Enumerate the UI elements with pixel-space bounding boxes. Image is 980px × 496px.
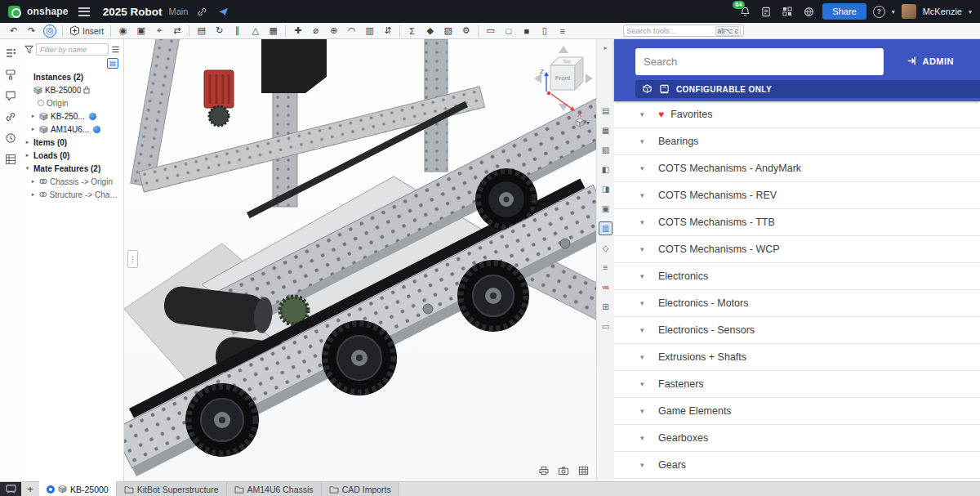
category-extrusions-shafts[interactable]: ▾ Extrusions + Shafts xyxy=(614,344,980,371)
undo-icon[interactable]: ↶ xyxy=(5,24,22,38)
named-views-icon[interactable]: ▣ xyxy=(599,202,612,216)
admin-button[interactable]: ADMIN xyxy=(906,56,954,66)
section-view-icon[interactable]: ▥ xyxy=(361,24,378,38)
chevron-down-icon[interactable]: ▾ xyxy=(640,245,648,253)
caret-icon[interactable]: ▸ xyxy=(24,139,31,145)
category-favorites[interactable]: ▾ ♥ Favorites xyxy=(614,101,980,128)
arrange-icon[interactable]: ▭ xyxy=(599,319,612,333)
tree-section-instances[interactable]: Instances (2) xyxy=(21,70,123,83)
where-used-icon[interactable] xyxy=(4,109,18,123)
category-electronics-motors[interactable]: ▾ Electronics - Motors xyxy=(614,290,980,317)
chevron-down-icon[interactable]: ▾ xyxy=(640,326,648,334)
copy-link-icon[interactable] xyxy=(194,4,209,19)
linked-document-icon[interactable] xyxy=(93,126,100,133)
chevron-down-icon[interactable]: ▾ xyxy=(640,137,648,145)
properties-icon[interactable]: ≡ xyxy=(599,261,612,275)
simulation-icon[interactable]: ▥ xyxy=(599,221,612,235)
vis-icon[interactable]: VIS xyxy=(599,280,612,294)
tree-item-kb250-sub[interactable]: ▸ KB-250... xyxy=(21,109,123,123)
filter-funnel-icon[interactable] xyxy=(24,45,33,54)
document-title[interactable]: 2025 Robot xyxy=(103,6,163,18)
category-cots-ttb[interactable]: ▾ COTS Mechanisms - TTB xyxy=(614,209,980,236)
tree-section-mate-features[interactable]: ▾ Mate Features (2) xyxy=(21,162,123,175)
weldment-icon[interactable]: ■ xyxy=(518,24,535,38)
tree-item-am14u6[interactable]: ▸ AM14U6... xyxy=(21,123,123,136)
render-studio-icon[interactable]: ◇ xyxy=(599,241,612,255)
chevron-down-icon[interactable]: ▾ xyxy=(640,434,648,442)
follow-mode-icon[interactable] xyxy=(0,482,21,496)
chevron-down-icon[interactable]: ▾ xyxy=(640,461,648,469)
select-tool-icon[interactable]: ◎ xyxy=(43,25,56,38)
bom-icon[interactable]: ≡ xyxy=(554,24,571,38)
tree-item-chassis-origin[interactable]: ▸ Chassis -> Origin xyxy=(21,175,123,188)
hole-icon[interactable]: ⌀ xyxy=(307,24,324,38)
bom-list-icon[interactable] xyxy=(4,152,18,166)
chevron-down-icon[interactable]: ▾ xyxy=(640,407,648,415)
snapshot-icon[interactable]: ▦ xyxy=(265,24,282,38)
frame-icon[interactable]: □ xyxy=(500,24,517,38)
belt-icon[interactable]: ◠ xyxy=(343,24,360,38)
category-game-elements[interactable]: ▾ Game Elements xyxy=(614,398,980,425)
comments-icon[interactable] xyxy=(4,88,18,102)
mate-icon[interactable]: ◉ xyxy=(114,24,131,38)
main-menu-icon[interactable] xyxy=(78,7,90,16)
category-electronics[interactable]: ▾ Electronics xyxy=(614,263,980,290)
assembly-3d-model[interactable] xyxy=(124,39,596,481)
learning-center-icon[interactable] xyxy=(216,4,230,19)
category-fasteners[interactable]: ▾ Fasteners xyxy=(614,371,980,398)
snapshot-camera-icon[interactable] xyxy=(557,465,570,476)
chevron-down-icon[interactable]: ▾ xyxy=(640,110,648,118)
category-gears[interactable]: ▾ Gears xyxy=(614,452,980,479)
help-center-globe-icon[interactable] xyxy=(801,4,816,19)
bom-table-icon[interactable]: ▤ xyxy=(599,104,612,118)
explode-icon[interactable]: △ xyxy=(247,24,264,38)
chevron-down-icon[interactable]: ▾ xyxy=(640,272,648,280)
app-store-icon[interactable] xyxy=(780,4,795,19)
category-cots-wcp[interactable]: ▾ COTS Mechanisms - WCP xyxy=(614,236,980,263)
graphics-area[interactable]: ⋮ Top Front Z X ▾ xyxy=(124,39,596,481)
named-positions-icon[interactable]: ∥ xyxy=(229,24,246,38)
help-icon[interactable]: ? xyxy=(873,6,885,18)
export-print-icon[interactable] xyxy=(537,465,550,476)
fastener-icon[interactable]: ⊕ xyxy=(325,24,342,38)
appearance-panel-icon[interactable]: ◧ xyxy=(599,163,612,177)
hole-table-icon[interactable] xyxy=(577,465,590,476)
chevron-down-icon[interactable]: ▾ xyxy=(640,299,648,307)
tree-item-origin[interactable]: Origin xyxy=(21,96,123,109)
chevron-down-icon[interactable]: ▾ xyxy=(640,191,648,199)
mate-connector-icon[interactable]: ⌖ xyxy=(150,24,167,38)
tab-kb-25000[interactable]: KB-25000 xyxy=(39,481,117,496)
chevron-down-icon[interactable]: ▾ xyxy=(640,353,648,361)
caret-icon[interactable]: ▸ xyxy=(24,152,31,159)
circular-pattern-icon[interactable]: ↻ xyxy=(211,24,228,38)
pcb-studio-icon[interactable]: ⊞ xyxy=(599,300,612,314)
chevron-down-icon[interactable]: ▾ xyxy=(640,380,648,388)
user-menu-caret-icon[interactable]: ▾ xyxy=(969,8,972,16)
new-tab-button[interactable]: + xyxy=(21,482,39,496)
onshape-logo-text[interactable]: onshape xyxy=(27,6,69,17)
tab-am14u6-chassis[interactable]: AM14U6 Chassis xyxy=(227,482,322,496)
configuration-panel-icon[interactable]: ▦ xyxy=(599,123,612,137)
linked-document-icon[interactable] xyxy=(89,113,96,120)
tree-panel-handle[interactable]: ⋮ xyxy=(127,250,138,268)
workspace-label[interactable]: Main xyxy=(169,7,189,16)
configurable-only-toggle[interactable]: CONFIGURABLE ONLY xyxy=(635,80,980,98)
library-search-input[interactable] xyxy=(635,48,884,75)
onshape-logo-icon[interactable] xyxy=(8,6,20,18)
category-electronics-sensors[interactable]: ▾ Electronics - Sensors xyxy=(614,317,980,344)
insert-feature-icon[interactable]: ✚ xyxy=(289,24,306,38)
group-icon[interactable]: ▣ xyxy=(132,24,149,38)
caret-icon[interactable]: ▾ xyxy=(24,165,31,172)
user-name[interactable]: McKenzie xyxy=(923,7,962,16)
insert-button[interactable]: Insert xyxy=(66,25,107,36)
category-cots-rev[interactable]: ▾ COTS Mechanisms - REV xyxy=(614,182,980,209)
caret-icon[interactable]: ▸ xyxy=(29,113,37,119)
sheet-metal-icon[interactable]: ▭ xyxy=(482,24,499,38)
category-bearings[interactable]: ▾ Bearings xyxy=(614,128,980,155)
redo-icon[interactable]: ↷ xyxy=(23,24,40,38)
view-cube-menu[interactable]: ▾ xyxy=(575,118,590,127)
tree-filter-input[interactable] xyxy=(36,43,109,56)
versions-icon[interactable]: ▧ xyxy=(599,143,612,157)
display-states-icon[interactable]: ▧ xyxy=(439,24,457,38)
share-button[interactable]: Share xyxy=(822,3,866,20)
